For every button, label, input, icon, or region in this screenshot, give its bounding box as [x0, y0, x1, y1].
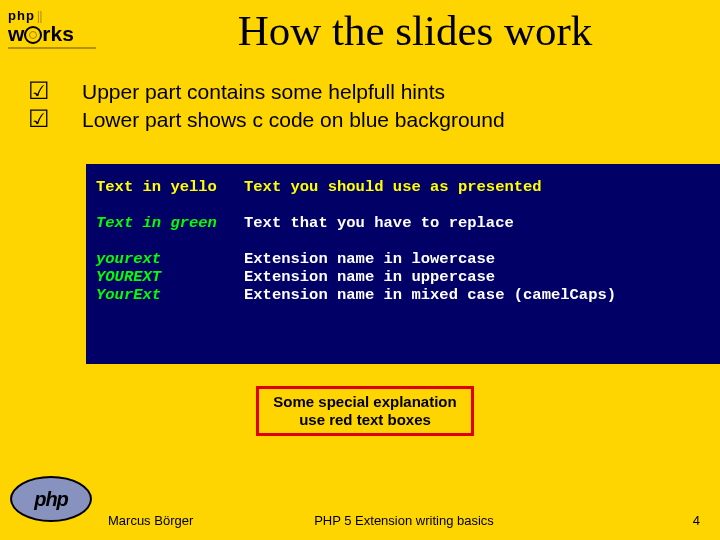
- bullet-text: Upper part contains some helpfull hints: [82, 78, 445, 105]
- code-desc: Extension name in lowercase: [244, 250, 495, 268]
- brand-text-rks: rks: [42, 22, 74, 45]
- brand-divider: [8, 47, 96, 49]
- code-desc: Extension name in uppercase: [244, 268, 495, 286]
- brand-text-top: php: [8, 8, 35, 23]
- footer-author: Marcus Börger: [108, 513, 193, 528]
- code-label-ext: yourext: [96, 250, 161, 268]
- callout-line: Some special explanation: [265, 393, 465, 411]
- code-label-green: Text in green: [96, 214, 217, 232]
- code-label-ext: YOUREXT: [96, 268, 161, 286]
- brand-logo: php|| wrks: [8, 8, 102, 49]
- gear-o-icon: [24, 26, 42, 44]
- footer-title: PHP 5 Extension writing basics: [108, 513, 700, 528]
- callout-box: Some special explanation use red text bo…: [256, 386, 474, 436]
- code-label-ext: YourExt: [96, 286, 161, 304]
- code-box: Text in yello Text you should use as pre…: [86, 164, 720, 364]
- code-desc: Extension name in mixed case (camelCaps): [244, 286, 616, 304]
- php-logo-text: php: [34, 488, 68, 511]
- php-logo-icon: php: [10, 476, 92, 522]
- code-desc: Text that you have to replace: [244, 214, 514, 232]
- brand-text-w: w: [8, 22, 24, 45]
- footer-page-number: 4: [693, 513, 700, 528]
- list-item: ☑ Upper part contains some helpfull hint…: [22, 78, 700, 105]
- bullet-list: ☑ Upper part contains some helpfull hint…: [22, 78, 700, 134]
- slide-footer: Marcus Börger PHP 5 Extension writing ba…: [108, 513, 700, 528]
- checkbox-icon: ☑: [22, 106, 82, 132]
- checkbox-icon: ☑: [22, 78, 82, 104]
- slide-title: How the slides work: [120, 6, 710, 55]
- brand-pipe: ||: [37, 8, 42, 23]
- callout-line: use red text boxes: [265, 411, 465, 429]
- code-desc: Text you should use as presented: [244, 178, 542, 196]
- list-item: ☑ Lower part shows c code on blue backgr…: [22, 106, 700, 133]
- code-label-yellow: Text in yello: [96, 178, 217, 196]
- bullet-text: Lower part shows c code on blue backgrou…: [82, 106, 505, 133]
